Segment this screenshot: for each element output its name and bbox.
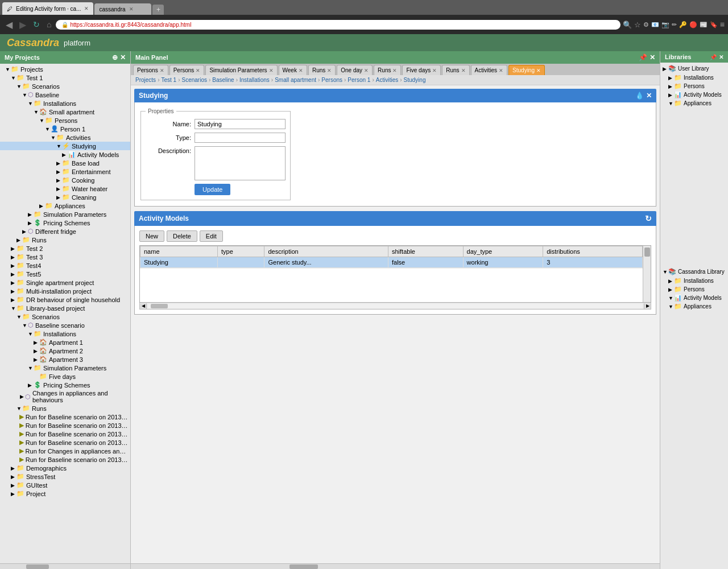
tree-item-cooking[interactable]: ▶ 📁 Cooking: [0, 176, 130, 184]
table-row[interactable]: Studying Generic study... false working …: [140, 257, 643, 268]
tree-item-test5[interactable]: ▶ 📁 Test5: [0, 270, 130, 278]
tree-item-baseline[interactable]: ▼ ⬡ Baseline: [0, 90, 130, 99]
home-btn[interactable]: ⌂: [44, 19, 53, 30]
tree-item-apt3[interactable]: ▶ 🏠 Apartment 3: [0, 355, 130, 364]
tree-item-stress[interactable]: ▶ 📁 StressTest: [0, 472, 130, 481]
breadcrumb-baseline[interactable]: Baseline: [212, 77, 234, 83]
tree-item-installations[interactable]: ▼ 📁 Installations: [0, 99, 130, 108]
ext6-icon[interactable]: 🔴: [689, 21, 697, 28]
tab-runs-1[interactable]: Runs ✕: [308, 65, 336, 75]
tree-item-guitest[interactable]: ▶ 📁 GUItest: [0, 481, 130, 489]
type-input[interactable]: [195, 133, 286, 143]
tab-persons-1[interactable]: Persons ✕: [133, 65, 168, 75]
description-input[interactable]: [195, 146, 286, 180]
sidebar-add-icon[interactable]: ⊕: [112, 53, 118, 61]
breadcrumb-projects[interactable]: Projects: [135, 77, 156, 83]
tree-item-small-apartment[interactable]: ▼ 🏠 Small apartment: [0, 108, 130, 116]
tree-item-test2[interactable]: ▶ 📁 Test 2: [0, 244, 130, 253]
tree-item-multi-install[interactable]: ▶ 📁 Multi-installation project: [0, 287, 130, 295]
url-bar[interactable]: 🔒 https://cassandra.iti.gr:8443/cassandr…: [56, 20, 620, 30]
inactive-tab-close[interactable]: ✕: [129, 6, 134, 12]
scroll-left-btn[interactable]: ◀: [140, 303, 147, 309]
breadcrumb-small-apt[interactable]: Small apartment: [275, 77, 316, 83]
tree-item-scenarios[interactable]: ▼ 📁 Scenarios: [0, 82, 130, 90]
tab-close[interactable]: ✕: [327, 68, 332, 73]
tree-item-run3[interactable]: ▶ Run for Baseline scenario on 201306100…: [0, 430, 130, 438]
tab-close[interactable]: ✕: [269, 68, 274, 73]
section-refresh-icon[interactable]: 💧: [635, 92, 644, 100]
name-input[interactable]: [195, 119, 286, 129]
tab-close[interactable]: ✕: [432, 68, 437, 73]
tab-five-days[interactable]: Five days ✕: [402, 65, 441, 75]
tab-close[interactable]: ✕: [299, 68, 303, 73]
breadcrumb-installations[interactable]: Installations: [239, 77, 270, 83]
tree-item-single-apartment[interactable]: ▶ 📁 Single apartment project: [0, 278, 130, 287]
tree-item-sim-params[interactable]: ▶ 📁 Simulation Parameters: [0, 210, 130, 218]
tree-item-entertainment[interactable]: ▶ 📁 Entertainment: [0, 167, 130, 176]
tree-item-run5[interactable]: ▶ Run for Changes in appliances and beha…: [0, 447, 130, 455]
am-hscrollbar[interactable]: ◀ ▶: [139, 303, 651, 310]
tree-item-studying[interactable]: ▼ ⚡ Studying: [0, 142, 130, 150]
tab-close[interactable]: ✕: [364, 68, 369, 73]
am-refresh-icon[interactable]: ↻: [645, 214, 652, 223]
tab-activities[interactable]: Activities ✕: [471, 65, 507, 75]
tree-item-cleaning[interactable]: ▶ 📁 Cleaning: [0, 193, 130, 201]
tree-item-scenarios2[interactable]: ▼ 📁 Scenarios: [0, 312, 130, 321]
tree-item-installations2[interactable]: ▼ 📁 Installations: [0, 329, 130, 338]
center-hscrollbar[interactable]: [131, 563, 660, 569]
tree-item-project[interactable]: ▶ 📁 Project: [0, 489, 130, 498]
tree-item-activity-models[interactable]: ▶ 📊 Activity Models: [0, 150, 130, 159]
section-close-icon[interactable]: ✕: [646, 92, 652, 100]
search-icon[interactable]: 🔍: [623, 20, 632, 29]
tree-item-baseline-scenario[interactable]: ▼ ⬡ Baseline scenario: [0, 321, 130, 329]
tree-item-five-days[interactable]: 📁 Five days: [0, 372, 130, 381]
am-vscrollbar[interactable]: [643, 246, 651, 302]
lib-item-user-library[interactable]: ▶ 📚 User Library: [660, 64, 728, 73]
tree-item-sim-params2[interactable]: ▼ 📁 Simulation Parameters: [0, 364, 130, 372]
tree-item-test1[interactable]: ▼ 📁 Test 1: [0, 73, 130, 82]
right-sidebar-close-icon[interactable]: ✕: [719, 54, 723, 60]
tab-persons-2[interactable]: Persons ✕: [169, 65, 205, 75]
delete-button[interactable]: Delete: [167, 230, 197, 242]
scroll-right-btn[interactable]: ▶: [644, 303, 651, 309]
tree-item-runs2[interactable]: ▼ 📁 Runs: [0, 404, 130, 413]
tab-close[interactable]: ✕: [160, 68, 164, 73]
tree-item-run1[interactable]: ▶ Run for Baseline scenario on 201306090…: [0, 413, 130, 421]
tree-item-apt2[interactable]: ▶ 🏠 Apartment 2: [0, 347, 130, 355]
tree-item-test4[interactable]: ▶ 📁 Test4: [0, 261, 130, 270]
menu-icon[interactable]: ≡: [720, 20, 725, 29]
new-tab-btn[interactable]: +: [152, 5, 164, 15]
tree-item-pricing2[interactable]: ▶ 💲 Pricing Schemes: [0, 381, 130, 389]
tab-close[interactable]: ✕: [392, 68, 397, 73]
tree-item-person1[interactable]: ▼ 👤 Person 1: [0, 125, 130, 133]
tree-item-base-load[interactable]: ▶ 📁 Base load: [0, 159, 130, 167]
tree-item-dr[interactable]: ▶ 📁 DR behaviour of single household: [0, 295, 130, 304]
tree-item-persons[interactable]: ▼ 📁 Persons: [0, 116, 130, 125]
tab-close[interactable]: ✕: [536, 68, 541, 73]
tree-item-activities[interactable]: ▼ 📁 Activities: [0, 133, 130, 142]
tree-item-runs[interactable]: ▶ 📁 Runs: [0, 236, 130, 244]
tab-week[interactable]: Week ✕: [279, 65, 307, 75]
lib-item-persons[interactable]: ▶ 📁 Persons: [660, 82, 728, 90]
tree-item-pricing[interactable]: ▶ 💲 Pricing Schemes: [0, 218, 130, 227]
right-sidebar-pin-icon[interactable]: 📌: [710, 54, 717, 60]
lib-item-installations[interactable]: ▶ 📁 Installations: [660, 73, 728, 82]
back-btn[interactable]: ◀: [3, 18, 15, 31]
tab-close-btn[interactable]: ✕: [84, 6, 89, 11]
tree-item-run2[interactable]: ▶ Run for Baseline scenario on 201306100…: [0, 421, 130, 430]
ext7-icon[interactable]: 📰: [700, 21, 708, 28]
ext8-icon[interactable]: 🔖: [710, 21, 718, 28]
tree-item-projects[interactable]: ▼ 📁 Projects: [0, 65, 130, 73]
tab-close[interactable]: ✕: [196, 68, 200, 73]
tree-item-run4[interactable]: ▶ Run for Baseline scenario on 201306100…: [0, 438, 130, 447]
lib-item-appliances[interactable]: ▼ 📁 Appliances: [660, 99, 728, 108]
breadcrumb-activities[interactable]: Activities: [376, 77, 398, 83]
ext3-icon[interactable]: 📷: [661, 21, 669, 28]
tab-one-day[interactable]: One day ✕: [337, 65, 373, 75]
ext1-icon[interactable]: ⚙: [643, 21, 649, 28]
tab-sim-params[interactable]: Simulation Parameters ✕: [205, 65, 277, 75]
browser-tab-active[interactable]: 🖊 Editing Activity form · ca... ✕: [2, 2, 93, 15]
panel-close-icon[interactable]: ✕: [650, 53, 655, 61]
tree-item-appliances[interactable]: ▶ 📁 Appliances: [0, 201, 130, 210]
tab-runs-2[interactable]: Runs ✕: [374, 65, 401, 75]
